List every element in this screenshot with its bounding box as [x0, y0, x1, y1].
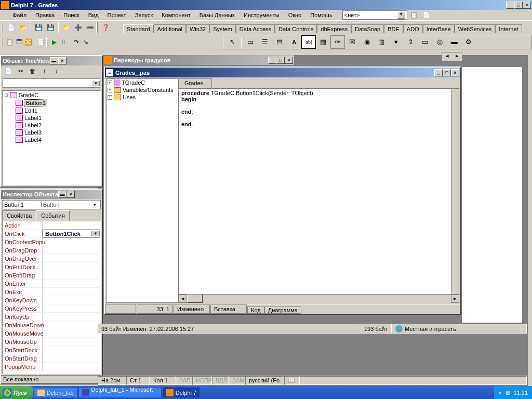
tree-btn[interactable]: 🗑 — [26, 65, 38, 77]
event-value[interactable] — [43, 304, 100, 312]
event-value[interactable] — [43, 221, 100, 229]
button-component[interactable]: OK — [330, 35, 345, 49]
memo-component[interactable]: ▦ — [316, 35, 330, 49]
step-into-button[interactable]: ↘ — [81, 36, 90, 48]
event-row[interactable]: OnStartDock — [3, 346, 100, 354]
menu-component[interactable]: Компонент — [157, 11, 194, 19]
form-designer-window[interactable]: Переводы градусов _ □ × — [103, 55, 294, 64]
paltab-system[interactable]: System — [209, 24, 236, 33]
event-value[interactable] — [43, 255, 100, 262]
menu-search[interactable]: Поиск — [59, 11, 83, 19]
grip[interactable] — [96, 22, 98, 33]
panel-component[interactable]: ▬ — [447, 35, 461, 49]
tab-events[interactable]: События — [36, 210, 69, 221]
event-row[interactable]: OnKeyPress — [3, 304, 100, 313]
event-row[interactable]: OnClickButton1Click▼ — [3, 230, 100, 238]
help-button[interactable]: ❓ — [100, 22, 112, 33]
code-editor[interactable]: procedure TGradeC.Button1Click(Sender: T… — [179, 88, 459, 295]
label-component[interactable]: A — [287, 35, 301, 49]
tree-node[interactable]: Edit1 — [3, 107, 100, 114]
grip[interactable] — [2, 37, 3, 47]
view-form-button[interactable]: 🗔 — [15, 36, 24, 48]
menu-project[interactable]: Проект — [103, 11, 130, 19]
tree-btn[interactable]: ↑ — [38, 65, 50, 77]
popupmenu-component[interactable]: ▤ — [272, 35, 287, 49]
event-value[interactable] — [43, 280, 100, 287]
code-tree-node[interactable]: +TGradeC — [107, 79, 178, 86]
frames-component[interactable]: ▭ — [243, 35, 258, 49]
event-row[interactable]: OnDragDrop — [3, 246, 100, 255]
save-button[interactable]: 💾 — [33, 22, 45, 33]
close-button[interactable]: × — [451, 69, 459, 76]
event-row[interactable]: OnKeyDown — [3, 296, 100, 304]
chevron-down-icon[interactable]: ▼ — [91, 203, 99, 207]
event-row[interactable]: OnEndDock — [3, 263, 100, 271]
actionlist-component[interactable]: ⚙ — [461, 35, 476, 49]
paltab-bde[interactable]: BDE — [384, 24, 403, 33]
event-value[interactable] — [43, 321, 100, 329]
event-row[interactable]: OnMouseUp — [3, 338, 100, 346]
listbox-component[interactable]: ▥ — [374, 35, 389, 49]
tree-node[interactable]: Label1 — [3, 114, 100, 122]
vertical-scrollbar[interactable] — [451, 88, 459, 295]
scroll-thumb[interactable] — [187, 295, 203, 303]
event-value[interactable] — [43, 296, 100, 304]
pause-button[interactable]: ⏸ — [59, 36, 68, 48]
maximize-button[interactable]: □ — [443, 69, 451, 76]
panel-close-button[interactable]: × — [58, 57, 66, 64]
event-value[interactable] — [43, 338, 100, 345]
panel-close-button[interactable]: × — [66, 191, 75, 198]
radiobutton-component[interactable]: ◉ — [360, 35, 374, 49]
start-button[interactable]: Пуск — [0, 386, 33, 399]
minimize-button[interactable]: _ — [434, 69, 443, 76]
run-button[interactable]: ▶ — [49, 36, 59, 48]
event-value[interactable]: Button1Click▼ — [43, 230, 100, 237]
tab-properties[interactable]: Свойства — [2, 210, 36, 221]
system-tray[interactable]: « 🖥 11:21 — [494, 386, 532, 399]
tool-btn[interactable]: 📋 — [408, 9, 420, 21]
panel-pin-button[interactable]: ▬ — [58, 191, 66, 198]
event-row[interactable]: PopupMenu — [3, 363, 100, 371]
event-value[interactable] — [43, 354, 100, 362]
event-value[interactable] — [43, 288, 100, 296]
code-file-tab[interactable]: Grades_ — [179, 78, 212, 88]
treeview-title[interactable]: Объект TreeView ▬ × — [1, 56, 102, 65]
horizontal-scrollbar[interactable]: ◂ ▸ — [179, 295, 459, 303]
chevron-down-icon[interactable]: ▼ — [397, 11, 405, 19]
paltab-additional[interactable]: Additional — [154, 24, 186, 33]
close-button[interactable]: × — [285, 57, 293, 64]
tree-btn[interactable]: ✂ — [15, 65, 26, 77]
minimize-button[interactable]: _ — [268, 57, 276, 64]
paltab-webservices[interactable]: WebServices — [455, 24, 496, 33]
paltab-ado[interactable]: ADO — [403, 24, 423, 33]
taskbar-item[interactable]: Delphi_lab — [34, 387, 77, 398]
new-form-button[interactable]: 📑 — [37, 36, 46, 48]
event-row[interactable]: OnKeyUp — [3, 313, 100, 321]
checkbox-component[interactable]: ☒ — [345, 35, 360, 49]
groupbox-component[interactable]: ▭ — [418, 35, 432, 49]
scroll-left-icon[interactable]: ◂ — [179, 295, 187, 303]
menu-window[interactable]: Окно — [284, 11, 306, 19]
view-unit-button[interactable]: 📋 — [5, 36, 15, 48]
panel-pin-button[interactable]: ▬ — [50, 57, 58, 64]
code-explorer[interactable]: +TGradeC +Variables/Constants +Uses — [106, 78, 179, 303]
edit-component[interactable]: ab| — [301, 35, 316, 49]
event-row[interactable]: OnEndDrag — [3, 271, 100, 280]
add-button[interactable]: ➕ — [72, 22, 84, 33]
event-value[interactable] — [43, 329, 100, 337]
mainmenu-component[interactable]: ☰ — [258, 35, 272, 49]
event-row[interactable]: OnMouseMove — [3, 329, 100, 338]
menu-tools[interactable]: Инструменты — [240, 11, 284, 19]
chevron-down-icon[interactable]: ▼ — [92, 81, 100, 86]
tray-icon[interactable]: 🖥 — [504, 390, 510, 396]
tree-btn[interactable]: ↓ — [50, 65, 62, 77]
view-tab-diagram[interactable]: Диаграмма — [264, 307, 301, 314]
remove-button[interactable]: ➖ — [84, 22, 96, 33]
tree-root[interactable]: ⊟GradeC — [3, 91, 100, 99]
paltab-datasnap[interactable]: DataSnap — [351, 24, 384, 33]
event-value[interactable] — [43, 246, 100, 254]
tree-btn[interactable]: 📄 — [3, 65, 15, 77]
config-combo[interactable]: <нет> ▼ — [342, 10, 407, 20]
status-icon[interactable]: 📖 — [284, 376, 300, 385]
paltab-interbase[interactable]: InterBase — [423, 24, 455, 33]
